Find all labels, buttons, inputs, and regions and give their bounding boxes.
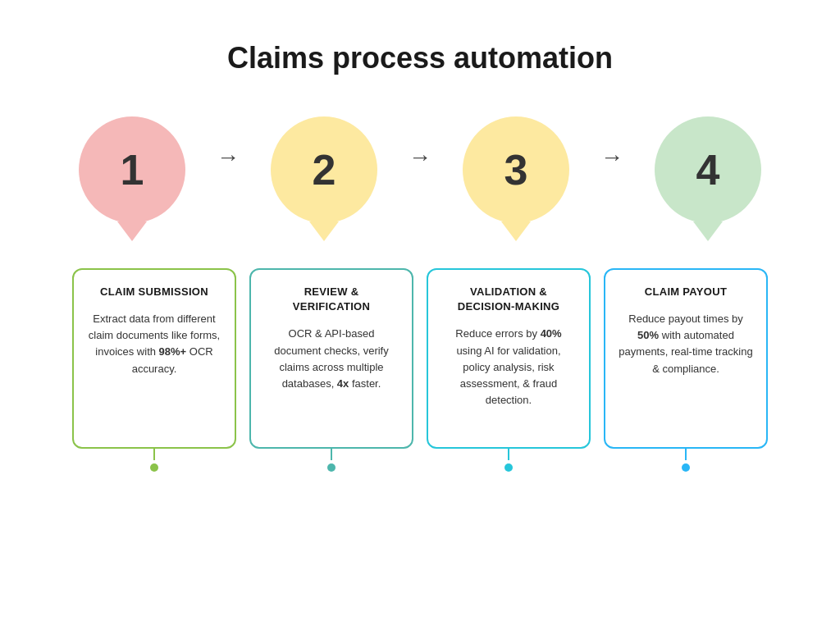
card-1-dot [150, 463, 158, 472]
card-3-title: VALIDATION & DECISION-MAKING [441, 285, 576, 314]
step-2-bubble: 2 [271, 116, 377, 223]
step-3-bubble: 3 [463, 116, 569, 223]
step-4-number: 4 [696, 145, 720, 194]
arrow-1: → [217, 144, 240, 171]
card-4-title: CLAIM PAYOUT [619, 285, 753, 299]
step-2-number: 2 [313, 145, 336, 194]
card-1-body: Extract data from different claim docume… [87, 311, 221, 377]
card-4: CLAIM PAYOUT Reduce payout times by 50% … [604, 268, 768, 449]
card-3-connector [508, 449, 509, 460]
card-2-wrapper: REVIEW & VERIFICATION OCR & API-based do… [249, 268, 413, 472]
card-1: CLAIM SUBMISSION Extract data from diffe… [72, 268, 236, 449]
card-1-title: CLAIM SUBMISSION [87, 285, 221, 299]
card-4-body: Reduce payout times by 50% with automate… [619, 311, 753, 377]
page-title: Claims process automation [227, 41, 613, 75]
card-3-dot [504, 463, 513, 472]
card-3: VALIDATION & DECISION-MAKING Reduce erro… [427, 268, 591, 449]
card-1-wrapper: CLAIM SUBMISSION Extract data from diffe… [72, 268, 236, 472]
card-2-dot [327, 463, 336, 472]
step-4-bubble: 4 [655, 116, 761, 223]
arrow-2: → [409, 144, 431, 171]
bubbles-row: 1 → 2 → 3 → 4 [25, 116, 815, 223]
card-3-wrapper: VALIDATION & DECISION-MAKING Reduce erro… [427, 268, 591, 472]
card-2: REVIEW & VERIFICATION OCR & API-based do… [249, 268, 413, 449]
step-4-bubble-wrapper: 4 [630, 116, 786, 223]
card-2-connector [331, 449, 332, 460]
card-3-body: Reduce errors by 40% using AI for valida… [441, 326, 576, 409]
step-2-bubble-wrapper: 2 [246, 116, 402, 223]
step-1-bubble-wrapper: 1 [54, 116, 210, 223]
cards-row: CLAIM SUBMISSION Extract data from diffe… [25, 268, 815, 472]
step-3-number: 3 [504, 145, 528, 194]
card-4-connector [685, 449, 687, 460]
card-2-title: REVIEW & VERIFICATION [264, 285, 399, 314]
card-2-body: OCR & API-based document checks, verify … [264, 326, 399, 392]
card-1-connector [153, 449, 155, 460]
step-3-bubble-wrapper: 3 [438, 116, 594, 223]
page-wrapper: Claims process automation 1 → 2 → 3 [0, 0, 840, 630]
step-1-bubble: 1 [79, 116, 185, 223]
arrow-3: → [600, 144, 623, 171]
flow-container: 1 → 2 → 3 → 4 [25, 116, 815, 472]
card-4-wrapper: CLAIM PAYOUT Reduce payout times by 50% … [604, 268, 768, 472]
step-1-number: 1 [121, 145, 144, 194]
card-4-dot [682, 463, 690, 472]
